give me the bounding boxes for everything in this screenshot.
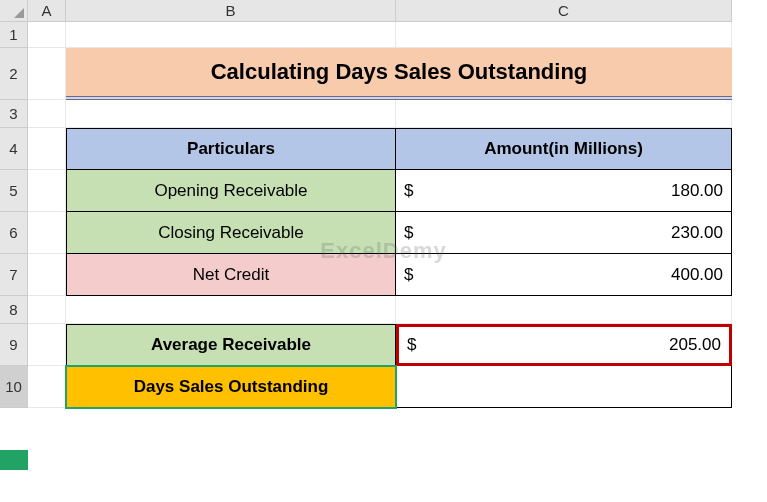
label-dso[interactable]: Days Sales Outstanding xyxy=(66,366,396,408)
row-header-4[interactable]: 4 xyxy=(0,128,28,170)
cell-a4[interactable] xyxy=(28,128,66,170)
row-header-9[interactable]: 9 xyxy=(0,324,28,366)
amount-value: 180.00 xyxy=(671,181,723,201)
value-dso[interactable] xyxy=(396,366,732,408)
cell-c1[interactable] xyxy=(396,22,732,48)
value-opening[interactable]: $ 180.00 xyxy=(396,170,732,212)
label-netcredit[interactable]: Net Credit xyxy=(66,254,396,296)
page-title[interactable]: Calculating Days Sales Outstanding xyxy=(66,48,732,100)
row-header-6[interactable]: 6 xyxy=(0,212,28,254)
row-header-10[interactable]: 10 xyxy=(0,366,28,408)
cell-a2[interactable] xyxy=(28,48,66,100)
row-header-8[interactable]: 8 xyxy=(0,296,28,324)
cell-a8[interactable] xyxy=(28,296,66,324)
cell-a6[interactable] xyxy=(28,212,66,254)
row-header-7[interactable]: 7 xyxy=(0,254,28,296)
cell-b8[interactable] xyxy=(66,296,396,324)
label-closing[interactable]: Closing Receivable xyxy=(66,212,396,254)
spreadsheet-grid: A B C 1 2 Calculating Days Sales Outstan… xyxy=(0,0,767,408)
table-header-amount[interactable]: Amount(in Millions) xyxy=(396,128,732,170)
currency-symbol: $ xyxy=(404,223,413,243)
cell-a7[interactable] xyxy=(28,254,66,296)
row-selection-indicator xyxy=(0,450,28,470)
value-netcredit[interactable]: $ 400.00 xyxy=(396,254,732,296)
value-closing[interactable]: $ 230.00 xyxy=(396,212,732,254)
cell-c3[interactable] xyxy=(396,100,732,128)
select-all-corner[interactable] xyxy=(0,0,28,22)
cell-a9[interactable] xyxy=(28,324,66,366)
amount-value: 400.00 xyxy=(671,265,723,285)
col-header-c[interactable]: C xyxy=(396,0,732,22)
table-header-particulars[interactable]: Particulars xyxy=(66,128,396,170)
cell-a10[interactable] xyxy=(28,366,66,408)
row-header-3[interactable]: 3 xyxy=(0,100,28,128)
col-header-a[interactable]: A xyxy=(28,0,66,22)
cell-a5[interactable] xyxy=(28,170,66,212)
label-average-receivable[interactable]: Average Receivable xyxy=(66,324,396,366)
amount-value: 205.00 xyxy=(669,335,721,355)
value-average-receivable[interactable]: $ 205.00 xyxy=(396,324,732,366)
currency-symbol: $ xyxy=(404,265,413,285)
cell-b3[interactable] xyxy=(66,100,396,128)
amount-value: 230.00 xyxy=(671,223,723,243)
cell-c8[interactable] xyxy=(396,296,732,324)
cell-a1[interactable] xyxy=(28,22,66,48)
label-opening[interactable]: Opening Receivable xyxy=(66,170,396,212)
currency-symbol: $ xyxy=(404,181,413,201)
cell-b1[interactable] xyxy=(66,22,396,48)
row-header-1[interactable]: 1 xyxy=(0,22,28,48)
row-header-5[interactable]: 5 xyxy=(0,170,28,212)
currency-symbol: $ xyxy=(407,335,416,355)
cell-a3[interactable] xyxy=(28,100,66,128)
col-header-b[interactable]: B xyxy=(66,0,396,22)
row-header-2[interactable]: 2 xyxy=(0,48,28,100)
